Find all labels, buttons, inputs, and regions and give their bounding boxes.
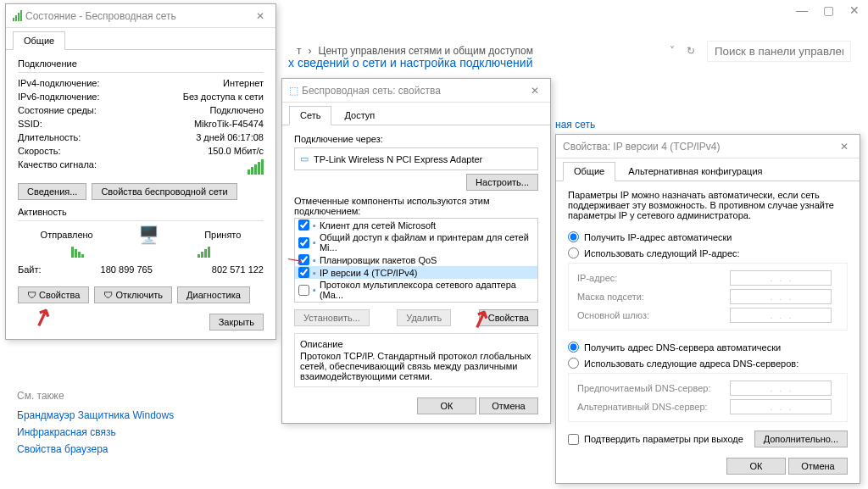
install-button[interactable]: Установить... [294, 309, 370, 326]
page-heading: х сведений о сети и настройка подключени… [288, 56, 532, 69]
sent-bars-icon [71, 247, 84, 258]
tab-alt-config[interactable]: Альтернативная конфигурация [617, 162, 773, 181]
component-props-button[interactable]: Свойства [479, 309, 538, 326]
tab-access[interactable]: Доступ [333, 106, 386, 125]
speed-label: Скорость: [18, 146, 61, 156]
component-checkbox[interactable] [298, 302, 309, 303]
dns2-label: Альтернативный DNS-сервер: [577, 402, 730, 412]
ipv6-label: IPv6-подключение: [18, 92, 100, 102]
close-icon[interactable]: ✕ [252, 10, 269, 22]
configure-button[interactable]: Настроить... [466, 174, 538, 191]
search-input[interactable] [707, 41, 851, 62]
adapter-icon: ⬚ [289, 85, 298, 97]
nic-icon: ▭ [300, 153, 309, 164]
component-icon: ▪ [313, 255, 316, 265]
tab-network[interactable]: Сеть [289, 106, 331, 125]
list-item[interactable]: ▪IP версии 4 (TCP/IPv4) [295, 266, 537, 279]
radio-auto-ip-label: Получить IP-адрес автоматически [584, 232, 732, 242]
dropdown-icon[interactable]: ˅ [670, 45, 675, 57]
signal-bars-icon [248, 159, 264, 175]
refresh-icon[interactable]: ↻ [687, 45, 695, 57]
ok-button[interactable]: ОК [726, 458, 786, 475]
activity-icon: 🖥️ [138, 225, 159, 245]
confirm-checkbox[interactable] [568, 434, 579, 445]
component-label: Драйвер протокола LLDP (Майкрософт) [320, 303, 492, 303]
connection-section-label: Подключение [18, 58, 264, 69]
minimize-icon[interactable]: — [796, 3, 808, 17]
list-item[interactable]: ▪Планировщик пакетов QoS [295, 253, 537, 266]
close-icon[interactable]: ✕ [849, 3, 860, 17]
ok-button[interactable]: ОК [417, 397, 476, 414]
shield-icon: 🛡 [103, 290, 113, 300]
details-button[interactable]: Сведения... [18, 183, 86, 200]
dns2-input[interactable]: . . . [730, 399, 832, 414]
radio-auto-dns[interactable] [568, 342, 579, 353]
component-icon: ▪ [313, 268, 316, 278]
component-label: Протокол мультиплексора сетевого адаптер… [320, 280, 534, 300]
component-checkbox[interactable] [298, 237, 309, 248]
breadcrumb-prefix: т [297, 45, 302, 57]
confirm-label: Подтвердить параметры при выходе [584, 434, 743, 444]
gateway-input[interactable]: . . . [730, 308, 832, 323]
diagnose-button[interactable]: Диагностика [177, 286, 250, 303]
bytes-sent: 180 899 765 [101, 264, 153, 275]
received-label: Принято [204, 230, 241, 240]
close-icon[interactable]: ✕ [836, 141, 853, 153]
list-item[interactable]: ▪Протокол мультиплексора сетевого адапте… [295, 279, 537, 301]
component-icon: ▪ [313, 303, 316, 303]
radio-manual-ip[interactable] [568, 247, 579, 258]
duration-value: 3 дней 06:17:08 [196, 132, 264, 142]
firewall-link[interactable]: Брандмауэр Защитника Windows [17, 407, 174, 424]
ipv4-intro: Параметры IP можно назначать автоматичес… [568, 190, 848, 220]
ipv4-title: Свойства: IP версии 4 (TCP/IPv4) [563, 141, 836, 153]
close-icon[interactable]: ✕ [526, 85, 543, 97]
sent-label: Отправлено [41, 230, 93, 240]
ssid-label: SSID: [18, 119, 42, 129]
browser-link[interactable]: Свойства браузера [17, 441, 174, 458]
props-title: Беспроводная сеть: свойства [302, 85, 526, 97]
component-icon: ▪ [313, 237, 316, 247]
close-button[interactable]: Закрыть [209, 314, 264, 331]
disable-button[interactable]: 🛡 Отключить [94, 286, 172, 303]
media-value: Подключено [209, 105, 264, 115]
advanced-button[interactable]: Дополнительно... [754, 431, 848, 447]
components-list[interactable]: ▪Клиент для сетей Microsoft▪Общий доступ… [294, 218, 538, 303]
shield-icon: 🛡 [27, 290, 36, 300]
component-checkbox[interactable] [298, 267, 309, 278]
cancel-button[interactable]: Отмена [479, 397, 538, 414]
list-item[interactable]: ▪Клиент для сетей Microsoft [295, 219, 537, 231]
recv-bars-icon [198, 247, 210, 258]
status-title: Состояние - Беспроводная сеть [25, 10, 252, 22]
radio-manual-dns[interactable] [568, 358, 579, 369]
see-also-section: См. также Брандмауэр Защитника Windows И… [17, 390, 174, 458]
wifi-props-button[interactable]: Свойства беспроводной сети [92, 183, 236, 200]
breadcrumb[interactable]: Центр управления сетями и общим доступом [319, 45, 664, 57]
cancel-button[interactable]: Отмена [788, 458, 848, 475]
maximize-icon[interactable]: ▢ [823, 3, 834, 17]
media-label: Состояние среды: [18, 105, 97, 115]
dns1-input[interactable]: . . . [730, 381, 832, 396]
see-also-label: См. также [17, 390, 174, 402]
mask-input[interactable]: . . . [730, 289, 832, 304]
gateway-label: Основной шлюз: [577, 310, 730, 320]
tab-general[interactable]: Общие [563, 162, 615, 181]
component-label: Планировщик пакетов QoS [320, 255, 437, 265]
duration-label: Длительность: [18, 132, 81, 142]
properties-button[interactable]: 🛡 Свойства [18, 286, 89, 303]
mask-label: Маска подсети: [577, 292, 730, 302]
ssid-value: MikroTik-F45474 [194, 119, 264, 129]
list-item[interactable]: ▪Драйвер протокола LLDP (Майкрософт) [295, 301, 537, 303]
component-checkbox[interactable] [298, 219, 309, 231]
component-checkbox[interactable] [298, 254, 309, 265]
radio-auto-ip[interactable] [568, 231, 579, 242]
ip-input[interactable]: . . . [730, 270, 832, 286]
component-checkbox[interactable] [298, 285, 309, 296]
ipv4-value: Интернет [223, 78, 264, 88]
tab-general[interactable]: Общие [13, 31, 65, 50]
list-item[interactable]: ▪Общий доступ к файлам и принтерам для с… [295, 231, 537, 253]
component-label: Клиент для сетей Microsoft [320, 220, 436, 231]
remove-button[interactable]: Удалить [397, 309, 451, 326]
infrared-link[interactable]: Инфракрасная связь [17, 424, 174, 441]
adapter-name: TP-Link Wireless N PCI Express Adapter [314, 154, 482, 164]
wireless-network-link[interactable]: ная сеть [555, 119, 595, 131]
